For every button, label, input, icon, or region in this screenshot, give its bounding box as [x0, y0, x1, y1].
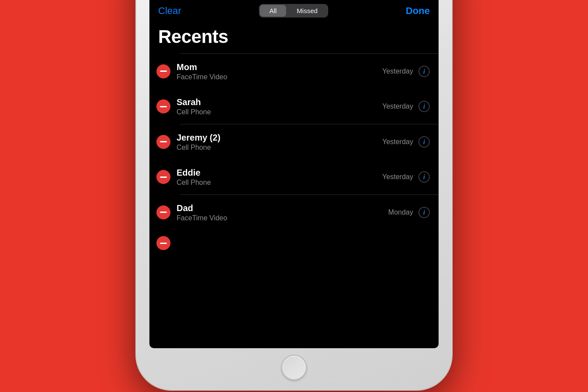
- info-icon-glyph: i: [423, 103, 425, 110]
- segment-missed[interactable]: Missed: [287, 5, 327, 17]
- page-title-section: Recents: [149, 22, 439, 53]
- call-item-sarah: Sarah Cell Phone Yesterday i: [149, 89, 439, 124]
- call-item-jeremy: Jeremy (2) Cell Phone Yesterday i: [149, 124, 439, 159]
- call-info-sarah: Sarah Cell Phone: [177, 97, 382, 116]
- phone-shell: AT&T Wi-Fi 📶 1:10 PM 🌙 ◕ 40% C: [136, 0, 452, 390]
- info-button-eddie[interactable]: i: [418, 171, 430, 183]
- call-type-dad: FaceTime Video: [177, 214, 388, 222]
- minus-icon: [160, 243, 167, 244]
- info-icon-glyph: i: [423, 138, 425, 145]
- call-info-jeremy: Jeremy (2) Cell Phone: [177, 132, 382, 152]
- call-item-dad: Dad FaceTime Video Monday i: [149, 195, 439, 230]
- call-name-mom: Mom: [177, 62, 382, 72]
- delete-button-mom[interactable]: [156, 64, 170, 78]
- call-type-sarah: Cell Phone: [177, 108, 382, 116]
- call-item-eddie: Eddie Cell Phone Yesterday i: [149, 159, 439, 194]
- info-button-jeremy[interactable]: i: [418, 136, 430, 148]
- delete-button-eddie[interactable]: [156, 170, 170, 184]
- segment-control: All Missed: [259, 4, 328, 18]
- done-button[interactable]: Done: [406, 5, 430, 17]
- call-type-jeremy: Cell Phone: [177, 144, 382, 152]
- call-name-sarah: Sarah: [177, 97, 382, 107]
- call-time-sarah: Yesterday: [382, 102, 413, 110]
- delete-button-sarah[interactable]: [156, 99, 170, 113]
- delete-button-partial[interactable]: [156, 236, 170, 250]
- call-info-eddie: Eddie Cell Phone: [177, 167, 382, 187]
- call-type-eddie: Cell Phone: [177, 179, 382, 187]
- info-icon-glyph: i: [423, 68, 425, 75]
- delete-button-jeremy[interactable]: [156, 135, 170, 149]
- info-icon-glyph: i: [423, 173, 425, 180]
- call-name-jeremy: Jeremy (2): [177, 132, 382, 143]
- info-button-dad[interactable]: i: [418, 207, 430, 218]
- minus-icon: [160, 177, 167, 178]
- info-button-sarah[interactable]: i: [418, 101, 430, 112]
- info-button-mom[interactable]: i: [418, 66, 430, 77]
- page-title: Recents: [158, 26, 430, 47]
- info-icon-glyph: i: [423, 209, 425, 216]
- minus-icon: [160, 106, 167, 107]
- call-time-dad: Monday: [388, 208, 413, 216]
- clear-button[interactable]: Clear: [158, 5, 181, 17]
- call-time-jeremy: Yesterday: [382, 138, 413, 146]
- call-info-mom: Mom FaceTime Video: [177, 62, 382, 81]
- minus-icon: [160, 212, 167, 213]
- phone-device: AT&T Wi-Fi 📶 1:10 PM 🌙 ◕ 40% C: [136, 0, 452, 390]
- call-name-dad: Dad: [177, 203, 388, 213]
- nav-bar: Clear All Missed Done: [149, 0, 439, 22]
- segment-all[interactable]: All: [260, 5, 287, 17]
- call-info-dad: Dad FaceTime Video: [177, 203, 388, 222]
- delete-button-dad[interactable]: [156, 205, 170, 219]
- recents-list: Mom FaceTime Video Yesterday i Sarah: [149, 53, 439, 250]
- call-type-mom: FaceTime Video: [177, 73, 382, 81]
- home-button[interactable]: [281, 355, 307, 380]
- call-item-mom: Mom FaceTime Video Yesterday i: [149, 54, 439, 89]
- call-time-eddie: Yesterday: [382, 173, 413, 181]
- phone-screen: AT&T Wi-Fi 📶 1:10 PM 🌙 ◕ 40% C: [149, 0, 439, 348]
- call-item-partial: [149, 230, 439, 250]
- minus-icon: [160, 141, 167, 142]
- minus-icon: [160, 71, 167, 72]
- call-time-mom: Yesterday: [382, 67, 413, 75]
- call-name-eddie: Eddie: [177, 167, 382, 178]
